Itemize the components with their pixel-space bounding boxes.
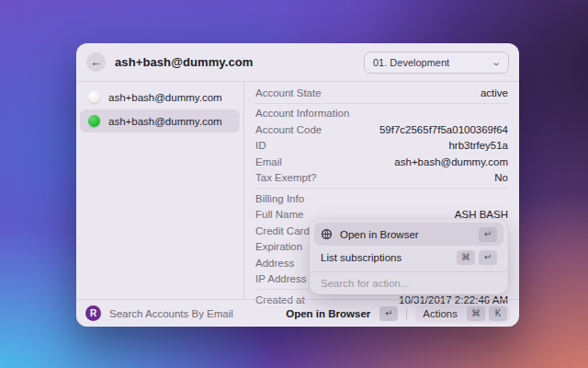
section-header-account-information: Account Information (255, 106, 508, 122)
action-item-label: Open in Browser (340, 229, 475, 240)
actions-button-label: Actions (423, 308, 458, 319)
account-email: ash+bash@dummy.com (108, 116, 222, 127)
detail-value: active (481, 87, 508, 98)
command-key-icon: ⌘ (457, 250, 475, 265)
action-menu-popup: Open in Browser ↵ List subscriptions ⌘ ↵… (310, 219, 508, 294)
enter-key-icon: ↵ (479, 250, 497, 265)
enter-key-icon: ↵ (379, 306, 398, 321)
k-key-icon: K (489, 306, 507, 321)
detail-row-account-code: Account Code 59f7c2565f7f5a0100369f64 (255, 121, 508, 138)
back-arrow-icon: ← (90, 56, 102, 68)
environment-dropdown[interactable]: 01. Development ⌄ (364, 52, 509, 74)
detail-label: IP Address (255, 273, 306, 284)
account-list: ash+bash@dummy.com ash+bash@dummy.com (76, 82, 243, 299)
environment-dropdown-value: 01. Development (373, 57, 492, 68)
globe-icon (321, 228, 333, 240)
detail-label: ID (255, 140, 266, 151)
footer-bar: R Search Accounts By Email Open in Brows… (76, 300, 519, 327)
actions-button[interactable]: Actions ⌘ K (415, 305, 510, 323)
detail-row-email: Email ash+bash@dummy.com (255, 154, 508, 170)
status-dot-icon (88, 115, 100, 127)
section-title: Account Information (255, 108, 349, 119)
detail-value: No (494, 172, 508, 183)
primary-action-button[interactable]: Open in Browser (286, 308, 370, 319)
detail-label: Address (255, 258, 294, 269)
chevron-down-icon: ⌄ (491, 57, 502, 67)
section-divider (255, 188, 508, 189)
page-title: ash+bash@dummy.com (115, 55, 253, 69)
detail-value: ash+bash@dummy.com (394, 156, 508, 167)
enter-key-icon: ↵ (479, 227, 497, 242)
detail-row-id: ID hrb3trfey51a (255, 138, 508, 155)
detail-label: Full Name (255, 209, 303, 220)
action-item-open-in-browser[interactable]: Open in Browser ↵ (314, 223, 503, 246)
list-item-account-1-selected[interactable]: ash+bash@dummy.com (80, 109, 240, 132)
detail-row-account-state: Account State active (255, 85, 508, 101)
footer-separator (406, 308, 407, 319)
section-divider (255, 103, 508, 104)
back-button[interactable]: ← (86, 52, 106, 72)
raycast-window: ← ash+bash@dummy.com 01. Development ⌄ a… (76, 43, 519, 327)
section-title: Billing Info (255, 193, 304, 204)
desktop-background: ← ash+bash@dummy.com 01. Development ⌄ a… (0, 0, 588, 368)
action-item-label: List subscriptions (321, 252, 453, 263)
command-key-icon: ⌘ (467, 306, 485, 321)
recurly-logo-icon: R (85, 305, 101, 321)
detail-row-tax-exempt: Tax Exempt? No (255, 170, 508, 187)
detail-label: Account State (255, 87, 322, 98)
command-name: Search Accounts By Email (109, 308, 233, 319)
action-search-input[interactable]: Search for action... (314, 272, 503, 294)
detail-label: Tax Exempt? (255, 172, 316, 183)
action-item-list-subscriptions[interactable]: List subscriptions ⌘ ↵ (314, 246, 503, 269)
detail-value: hrb3trfey51a (448, 140, 508, 151)
window-header: ← ash+bash@dummy.com 01. Development ⌄ (76, 43, 519, 81)
detail-label: Account Code (255, 124, 322, 135)
section-header-billing-info: Billing Info (255, 190, 508, 207)
detail-label: Email (255, 156, 282, 167)
account-email: ash+bash@dummy.com (108, 92, 222, 103)
status-dot-icon (88, 91, 100, 103)
detail-label: Expiration (255, 241, 302, 252)
detail-label: Credit Card (255, 225, 310, 236)
list-item-account-0[interactable]: ash+bash@dummy.com (80, 86, 240, 109)
detail-value: 59f7c2565f7f5a0100369f64 (379, 124, 508, 135)
